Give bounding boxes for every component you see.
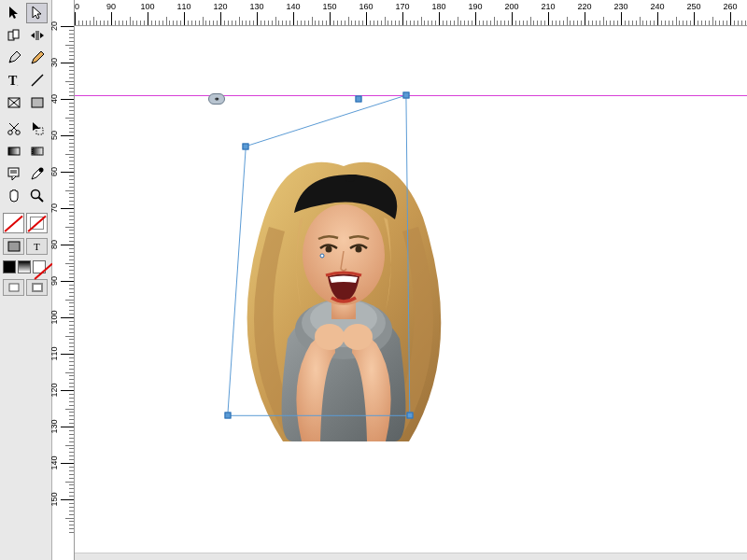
selection-handle[interactable] <box>243 143 249 149</box>
hand-tool[interactable] <box>3 186 24 206</box>
format-text-btn[interactable]: T <box>26 238 48 255</box>
ruler-tick-label: 80 <box>49 240 59 249</box>
apply-gradient[interactable] <box>18 260 31 273</box>
svg-line-7 <box>32 75 43 86</box>
rect-frame-tool[interactable] <box>3 92 24 113</box>
ruler-tick-label: 230 <box>613 2 627 11</box>
ruler-tick-label: 90 <box>49 276 59 286</box>
gradient-swatch-tool[interactable] <box>3 141 24 161</box>
svg-line-15 <box>9 123 17 131</box>
svg-text:.: . <box>17 81 19 87</box>
selection-center-icon[interactable] <box>320 253 325 258</box>
ruler-tick-label: 20 <box>49 21 59 31</box>
rotation-handle[interactable] <box>356 96 362 103</box>
svg-line-14 <box>11 123 19 131</box>
ruler-tick-label: 260 <box>723 2 737 11</box>
ruler-tick-label: 40 <box>49 94 59 104</box>
ruler-tick-label: 100 <box>49 310 59 324</box>
svg-point-23 <box>38 168 43 173</box>
ruler-tick-label: 50 <box>49 131 59 140</box>
svg-point-40 <box>326 246 332 253</box>
gradient-feather-tool[interactable] <box>26 141 48 161</box>
svg-point-24 <box>31 190 39 199</box>
ruler-tick-label: 140 <box>286 2 300 11</box>
ruler-tick-label: 110 <box>176 2 190 11</box>
ruler-tick-label: 130 <box>249 2 263 11</box>
ruler-tick-label: 250 <box>686 2 700 11</box>
ruler-tick-label: 100 <box>140 2 154 11</box>
horizontal-guide[interactable] <box>75 95 747 96</box>
ruler-tick-label: 90 <box>106 2 116 11</box>
toolbox: T. T <box>0 0 52 560</box>
selection-handle[interactable] <box>402 92 409 99</box>
selection-handle[interactable] <box>224 413 231 419</box>
ruler-tick-label: 130 <box>49 419 59 433</box>
pencil-tool[interactable] <box>26 48 48 68</box>
svg-rect-16 <box>36 128 43 134</box>
ruler-tick-label: 110 <box>49 346 59 360</box>
svg-rect-17 <box>8 147 20 155</box>
ruler-tick-label: 160 <box>359 2 373 11</box>
ruler-tick-label: 140 <box>49 455 59 469</box>
ruler-tick-label: 240 <box>650 2 664 11</box>
svg-line-25 <box>38 198 43 203</box>
status-bar <box>75 553 747 560</box>
page-tool[interactable] <box>3 25 24 46</box>
apply-none[interactable] <box>33 260 46 273</box>
line-tool[interactable] <box>26 70 48 91</box>
svg-point-35 <box>315 324 345 350</box>
apply-color-black[interactable] <box>3 260 16 273</box>
svg-rect-11 <box>32 98 43 107</box>
ruler-tick-label: 170 <box>395 2 409 11</box>
vertical-ruler[interactable]: 2030405060708090100110120130140150 <box>52 0 75 560</box>
svg-point-36 <box>343 324 373 350</box>
svg-rect-30 <box>34 285 41 290</box>
pen-tool[interactable] <box>3 48 24 68</box>
type-tool[interactable]: T. <box>3 70 24 91</box>
svg-rect-26 <box>8 242 20 251</box>
direct-select-tool[interactable] <box>26 3 48 23</box>
chain-glyph: ⚭ <box>214 95 220 104</box>
ruler-tick-label: 200 <box>504 2 518 11</box>
svg-rect-1 <box>13 30 19 38</box>
svg-text:T: T <box>34 241 40 252</box>
svg-point-13 <box>15 131 20 135</box>
svg-point-12 <box>7 131 12 135</box>
ruler-tick-label: 60 <box>49 167 59 176</box>
svg-point-39 <box>345 175 355 182</box>
scissors-tool[interactable] <box>3 119 24 139</box>
view-mode-normal[interactable] <box>3 279 24 296</box>
ruler-tick-label: 120 <box>49 383 59 397</box>
format-container-btn[interactable] <box>3 238 24 255</box>
placed-image[interactable] <box>246 161 442 441</box>
eyedropper-tool[interactable] <box>26 163 48 184</box>
note-tool[interactable] <box>3 163 24 184</box>
rect-tool[interactable] <box>26 92 48 113</box>
ruler-tick-label: 70 <box>49 203 59 213</box>
free-transform-tool[interactable] <box>26 119 48 139</box>
ruler-tick-label: 150 <box>322 2 336 11</box>
svg-rect-18 <box>32 147 43 155</box>
ruler-tick-label: 150 <box>49 492 59 506</box>
zoom-tool[interactable] <box>26 186 48 206</box>
svg-rect-28 <box>9 284 19 291</box>
svg-point-41 <box>356 246 362 253</box>
ruler-tick-label: 220 <box>577 2 591 11</box>
gap-tool[interactable] <box>26 25 48 46</box>
selection-handle[interactable] <box>406 413 413 419</box>
ruler-tick-label: 180 <box>431 2 445 11</box>
view-mode-preview[interactable] <box>26 279 48 296</box>
svg-point-4 <box>9 61 11 63</box>
stroke-swatch[interactable] <box>26 213 48 233</box>
horizontal-ruler[interactable]: 8090100110120130140150160170180190200210… <box>75 0 747 26</box>
ruler-tick-label: 210 <box>541 2 555 11</box>
ruler-tick-label: 120 <box>213 2 227 11</box>
ruler-tick-label: 30 <box>49 58 59 67</box>
ruler-tick-label: 190 <box>468 2 482 11</box>
content-grabber-icon[interactable]: ⚭ <box>208 93 225 105</box>
selection-tool[interactable] <box>3 3 24 23</box>
canvas[interactable]: ⚭ <box>75 26 747 560</box>
fill-swatch[interactable] <box>3 213 24 233</box>
